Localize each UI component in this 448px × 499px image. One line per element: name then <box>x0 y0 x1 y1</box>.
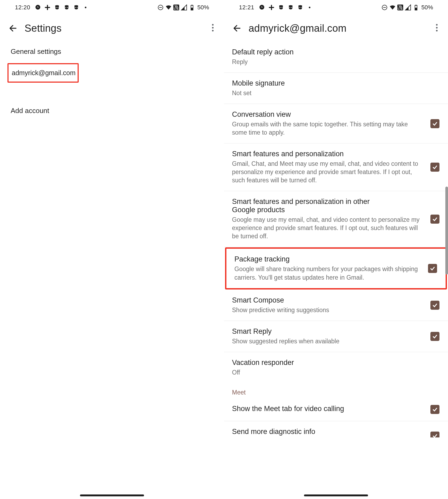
signal-icon <box>181 4 187 11</box>
svg-point-6 <box>67 7 68 8</box>
svg-point-20 <box>280 7 281 8</box>
setting-diagnostic-info[interactable]: Send more diagnostic info <box>224 421 448 440</box>
checkbox-smart-reply[interactable] <box>430 332 439 341</box>
discord-icon <box>63 4 70 11</box>
battery-percentage: 50% <box>421 4 433 11</box>
status-system-icons: VoLTE 50% <box>157 4 209 11</box>
setting-subtitle: Gmail, Chat, and Meet may use my email, … <box>232 160 424 184</box>
battery-icon <box>413 4 419 11</box>
svg-point-24 <box>299 7 300 8</box>
discord-icon <box>73 4 79 11</box>
svg-rect-29 <box>415 5 417 5</box>
checkbox-smart-compose[interactable] <box>430 301 439 310</box>
checkbox-meet-tab[interactable] <box>430 405 439 414</box>
svg-rect-30 <box>415 8 417 10</box>
overflow-menu-button[interactable] <box>212 24 217 33</box>
setting-meet-tab[interactable]: Show the Meet tab for video calling <box>224 398 448 421</box>
wifi-icon <box>389 4 396 11</box>
status-notification-icons <box>35 4 86 11</box>
setting-smart-compose[interactable]: Smart Compose Show predictive writing su… <box>224 290 448 321</box>
check-icon <box>432 164 438 170</box>
svg-point-32 <box>436 27 438 29</box>
setting-title: Smart Compose <box>232 296 424 304</box>
app-bar: admyrick@gmail.com <box>224 15 448 42</box>
volte-icon: VoLTE <box>173 5 179 10</box>
status-bar: 12:21 VoLTE 50% <box>224 0 448 15</box>
svg-rect-13 <box>191 8 193 10</box>
nav-handle[interactable] <box>304 494 368 496</box>
account-row[interactable]: admyrick@gmail.com <box>7 63 79 83</box>
general-settings-row[interactable]: General settings <box>0 42 224 62</box>
setting-subtitle: Not set <box>232 89 436 97</box>
volte-icon: VoLTE <box>397 5 403 10</box>
slack-icon <box>268 4 275 11</box>
svg-point-31 <box>436 24 438 26</box>
phone-left: 12:20 VoLTE 50% Settings General setting… <box>0 0 224 499</box>
check-icon <box>432 302 438 308</box>
setting-mobile-signature[interactable]: Mobile signature Not set <box>224 73 448 104</box>
svg-point-25 <box>301 7 301 8</box>
setting-title: Default reply action <box>232 48 436 56</box>
status-notification-icons <box>259 4 310 11</box>
discord-icon <box>54 4 60 11</box>
svg-point-33 <box>436 30 438 31</box>
more-notifications-dot <box>309 7 310 8</box>
check-icon <box>432 333 438 339</box>
status-bar: 12:20 VoLTE 50% <box>0 0 224 15</box>
back-button[interactable] <box>231 23 242 34</box>
phone-right: 12:21 VoLTE 50% admyrick@gmail.com <box>224 0 448 499</box>
nav-handle[interactable] <box>80 494 144 496</box>
checkbox-smart-features[interactable] <box>430 163 439 172</box>
setting-title: Vacation responder <box>232 359 436 367</box>
svg-rect-12 <box>191 5 193 5</box>
checkbox-package-tracking[interactable] <box>428 264 437 273</box>
setting-subtitle: Group emails with the same topic togethe… <box>232 120 424 137</box>
checkbox-diagnostic-info[interactable] <box>430 432 439 437</box>
battery-icon <box>189 4 195 11</box>
svg-point-16 <box>212 30 214 31</box>
more-vert-icon <box>212 24 214 32</box>
messenger-icon <box>35 4 41 11</box>
section-header-meet: Meet <box>224 383 448 398</box>
svg-point-22 <box>289 7 290 8</box>
page-title: Settings <box>25 23 62 34</box>
check-icon <box>432 433 438 439</box>
setting-subtitle: Show predictive writing suggestions <box>232 306 424 314</box>
check-icon <box>432 216 438 222</box>
setting-title: Mobile signature <box>232 79 436 87</box>
setting-title: Package tracking <box>234 255 422 263</box>
dnd-icon <box>381 4 388 11</box>
setting-smart-features[interactable]: Smart features and personalization Gmail… <box>224 143 448 191</box>
setting-title: Smart Reply <box>232 327 424 336</box>
setting-title: Send more diagnostic info <box>232 428 424 436</box>
checkbox-conversation-view[interactable] <box>430 119 439 128</box>
scrollbar-thumb[interactable] <box>445 187 448 275</box>
dnd-icon <box>157 4 164 11</box>
discord-icon <box>287 4 294 11</box>
check-icon <box>432 121 438 127</box>
svg-point-21 <box>281 7 282 8</box>
setting-subtitle: Google will share tracking numbers for y… <box>234 265 422 281</box>
more-notifications-dot <box>85 7 86 8</box>
setting-vacation-responder[interactable]: Vacation responder Off <box>224 352 448 383</box>
signal-icon <box>405 4 411 11</box>
overflow-menu-button[interactable] <box>436 24 441 33</box>
setting-default-reply[interactable]: Default reply action Reply <box>224 42 448 73</box>
page-title: admyrick@gmail.com <box>249 23 346 34</box>
setting-subtitle: Show suggested replies when available <box>232 337 424 345</box>
check-icon <box>432 407 438 412</box>
setting-package-tracking[interactable]: Package tracking Google will share track… <box>225 247 447 289</box>
back-arrow-icon <box>232 23 242 33</box>
status-time: 12:20 <box>15 4 30 11</box>
svg-point-7 <box>75 7 76 8</box>
back-button[interactable] <box>7 23 18 34</box>
setting-smart-features-other[interactable]: Smart features and personalization in ot… <box>224 191 448 247</box>
setting-conversation-view[interactable]: Conversation view Group emails with the … <box>224 104 448 143</box>
checkbox-smart-features-other[interactable] <box>430 215 439 224</box>
svg-point-4 <box>57 7 58 8</box>
setting-smart-reply[interactable]: Smart Reply Show suggested replies when … <box>224 321 448 352</box>
slack-icon <box>44 4 51 11</box>
svg-point-23 <box>291 7 292 8</box>
setting-title: Show the Meet tab for video calling <box>232 405 424 413</box>
add-account-row[interactable]: Add account <box>0 92 224 121</box>
